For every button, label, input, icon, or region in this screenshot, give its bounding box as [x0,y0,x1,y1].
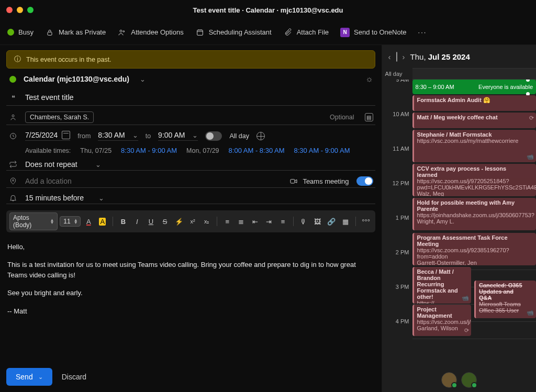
paperclip-icon [283,28,293,37]
indent-button[interactable]: ⇥ [263,215,275,228]
editor-more[interactable]: °°° [360,215,372,228]
chevron-down-icon[interactable]: ⌄ [95,161,101,169]
calendar-event[interactable]: Project Management https://vsc.zoom.us/j… [412,305,471,336]
image-button[interactable]: 🖼 [311,215,323,228]
prev-day-button[interactable]: ‹ [388,52,391,61]
allday-header: All day [382,71,412,77]
calendar-event[interactable]: CCV extra pay process - lessons learned … [412,164,536,196]
subscript-button[interactable]: x₂ [200,215,213,228]
available-label: Available times: [25,147,71,154]
attendee-chip[interactable]: Chambers, Sarah S. [25,111,94,123]
table-button[interactable]: ▦ [339,215,351,228]
start-time-field[interactable]: 8:30 AM ⌄ [98,131,138,141]
available-day-2: Mon, 07/29 [186,147,219,154]
event-title-field[interactable]: Test event title [25,91,373,104]
start-time-value: 8:30 AM [98,131,125,139]
location-field[interactable]: Add a location [25,177,282,185]
text-effects-button[interactable]: ⚡ [173,215,185,228]
teams-icon [289,176,298,186]
discard-button[interactable]: Discard [62,373,86,381]
send-onenote[interactable]: N Send to OneNote [340,28,406,37]
timezone-icon[interactable] [256,132,265,140]
calendar-event[interactable]: Formstack Admin Audit 🤗 [412,95,536,111]
scheduling-icon [195,28,205,37]
reminder-value[interactable]: 15 minutes before [25,194,84,202]
chevron-down-icon: ⌄ [38,374,43,380]
lock-icon [45,28,54,37]
dictate-button[interactable]: 🎙 [298,215,310,228]
calendar-picker-icon[interactable] [62,131,70,139]
date-value: 7/25/2024 [25,131,58,139]
calendar-event[interactable]: Hold for possible meeting with Amy Paren… [412,198,536,230]
strike-button[interactable]: S [159,215,171,228]
send-onenote-label: Send to OneNote [354,28,406,36]
banner-text: This event occurs in the past. [26,56,111,63]
link-button[interactable]: 🔗 [326,215,338,228]
today-button[interactable] [396,52,397,61]
outdent-button[interactable]: ⇤ [249,215,261,228]
mark-private[interactable]: Mark as Private [45,28,106,37]
superscript-button[interactable]: x² [187,215,199,228]
svg-point-1 [120,30,122,32]
font-color-button[interactable]: A [83,215,95,228]
calendar-event[interactable]: Program Assessment Task Force Meeting ht… [412,233,536,265]
avatar[interactable] [441,372,457,388]
quote-icon: ❝ [8,94,18,102]
window-title: Test event title · Calendar · mjc10130@v… [0,6,536,14]
scheduling-assistant[interactable]: Scheduling Assistant [195,28,272,37]
status-busy[interactable]: Busy [7,28,34,36]
available-slot-1[interactable]: 8:30 AM - 9:00 AM [121,147,177,154]
allday-slot[interactable] [412,68,536,80]
send-button[interactable]: Send ⌄ [6,368,52,386]
calendar-event[interactable]: Becca / Matt / Brandon Recurring Formsta… [412,267,471,304]
footer-actions: Send ⌄ Discard [6,365,375,386]
person-icon [8,113,18,121]
calendar-event[interactable]: Matt / Meg weekly coffee chat⟳ [412,113,536,128]
numbered-button[interactable]: ≣ [235,215,247,228]
next-day-button[interactable]: › [403,52,405,61]
chevron-down-icon: ⌄ [132,131,138,139]
mark-private-label: Mark as Private [59,28,106,36]
address-book-icon[interactable]: ▤ [365,113,373,121]
chevron-down-icon[interactable]: ⌄ [140,75,146,83]
toolbar: Busy Mark as Private Attendee Options Sc… [0,20,536,45]
attach-file[interactable]: Attach File [283,28,329,37]
highlight-button[interactable]: A [97,215,109,228]
svg-rect-3 [197,30,203,35]
date-field[interactable]: 7/25/2024 [25,131,70,141]
repeat-value[interactable]: Does not repeat [25,160,77,169]
teams-toggle[interactable] [356,176,373,186]
bullets-button[interactable]: ≡ [221,215,233,228]
calendar-name[interactable]: Calendar (mjc10130@vsc.edu) [24,75,129,83]
calendar-event[interactable]: Stephanie / Matt Formstack https://vsc.z… [412,130,536,162]
location-icon [8,177,18,185]
titlebar: Test event title · Calendar · mjc10130@v… [0,0,536,20]
allday-label: All day [229,132,249,140]
font-select[interactable]: Aptos (Body)▲▼ [9,212,58,230]
optional-label[interactable]: Optional [330,114,354,121]
body-line: See you bright and early. [7,288,374,298]
brightness-icon[interactable]: ☼ [365,74,373,84]
message-body[interactable]: Hello, This is a test invitation for us … [6,237,375,361]
italic-button[interactable]: I [131,215,143,228]
bold-button[interactable]: B [117,215,129,228]
font-size-select[interactable]: 11▲▼ [60,216,81,227]
repeat-icon [8,160,18,169]
calendar-event-cancelled[interactable]: Canceled: O365 Updates and Q&A Microsoft… [474,281,536,318]
schedule-grid[interactable]: 9 AM10 AM 11 AM12 PM 1 PM2 PM 3 PM4 PM 8… [382,80,536,368]
chevron-down-icon[interactable]: ⌄ [98,194,104,202]
status-dot-icon [7,29,14,36]
underline-button[interactable]: U [145,215,157,228]
allday-toggle[interactable] [205,131,222,141]
end-time-field[interactable]: 9:00 AM ⌄ [158,131,198,141]
available-slot-3[interactable]: 8:30 AM - 9:00 AM [294,147,350,154]
align-button[interactable]: ≡ [277,215,289,228]
avatar[interactable] [461,372,477,388]
repeat-icon: ⟳ [529,115,534,121]
available-slot-2[interactable]: 8:00 AM - 8:30 AM [229,147,285,154]
more-menu[interactable]: ··· [418,28,427,36]
attendee-options[interactable]: Attendee Options [117,28,183,37]
selected-time-slot[interactable]: 8:30 – 9:00 AM Everyone is available [412,80,536,94]
presence-available-icon [451,382,457,388]
schedule-panel: ‹ › Thu, Jul 25 2024 All day 9 AM10 AM 1… [382,45,536,392]
